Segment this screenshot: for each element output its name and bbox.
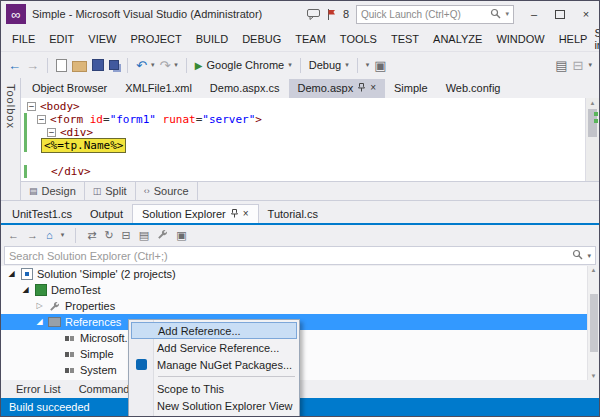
tab-web-config[interactable]: Web.config [437,79,510,98]
preview-selected-items-icon[interactable]: ▣ [176,230,186,241]
search-input[interactable] [9,250,568,262]
navigate-forward-icon[interactable]: → [26,59,39,72]
notification-count[interactable]: 8 [343,8,349,20]
find-in-files-icon[interactable]: ▣ [374,59,386,72]
menu-item-label: Add Reference... [158,325,241,337]
minimize-button[interactable]: – [521,5,547,24]
toolbar-options-chevron-icon[interactable]: ▾ [588,61,592,69]
tab-error-list[interactable]: Error List [7,382,70,396]
scroll-down-icon[interactable]: ▼ [591,373,597,379]
tree-item-system[interactable]: System [1,362,599,378]
tab-simple[interactable]: Simple [385,79,437,98]
tab-object-browser[interactable]: Object Browser [23,79,116,98]
toolbox-tab[interactable]: Toolbox [1,78,21,200]
menu-item-file[interactable]: FILE [5,33,42,45]
close-tab-icon[interactable]: × [370,83,376,93]
menu-item-build[interactable]: BUILD [189,33,235,45]
comment-icon[interactable]: ⊟ [573,59,584,72]
expander-icon[interactable]: ◢ [35,318,44,326]
collapse-all-icon[interactable]: ⊟ [122,230,131,241]
redo-dropdown[interactable]: ↷ ▾ [159,59,177,72]
notifications-flag-icon[interactable] [327,9,336,20]
start-debug-button[interactable]: ▶ Google Chrome ▾ [195,59,292,71]
tree-item-microsoft-csharp[interactable]: Microsoft.CSharp [1,330,599,346]
tree-item-solution[interactable]: ◢ Solution 'Simple' (2 projects) [1,266,599,282]
switch-views-chevron-icon[interactable]: ▾ [61,231,65,239]
scrollbar-thumb[interactable] [590,294,598,352]
chevron-down-icon[interactable]: ▾ [587,252,591,260]
tree-item-simple[interactable]: Simple [1,346,599,362]
title-bar[interactable]: ∞ Simple - Microsoft Visual Studio (Admi… [1,1,599,27]
navigate-back-icon[interactable]: ← [8,59,21,72]
solution-platform-dropdown[interactable]: ▾ [366,61,370,69]
undo-icon[interactable]: ↶ [136,59,147,72]
sign-in-button[interactable]: Sign in ▾ [594,27,600,51]
expander-icon[interactable]: ▷ [35,302,44,310]
undo-dropdown[interactable]: ↶ ▾ [136,59,154,72]
quick-launch-input[interactable]: Quick Launch (Ctrl+Q) ▾ [356,5,514,24]
back-icon[interactable]: ← [8,230,19,241]
fold-collapse-icon[interactable]: − [37,115,46,124]
menu-item-new-solution-explorer-view[interactable]: New Solution Explorer View [130,397,298,414]
tab-label: Split [105,185,126,197]
save-all-icon[interactable] [109,60,119,70]
redo-icon[interactable]: ↷ [159,59,170,72]
tab-split[interactable]: ◫ Split [85,182,136,200]
pin-icon[interactable] [358,82,365,94]
menu-item-test[interactable]: TEST [384,33,426,45]
tab-tutorial[interactable]: Tutorial.cs [259,205,327,223]
tab-demo-aspx[interactable]: Demo.aspx × [289,79,385,98]
menu-item-window[interactable]: WINDOW [489,33,551,45]
new-file-icon[interactable] [56,59,67,72]
open-file-icon[interactable] [72,61,87,72]
tab-solution-explorer[interactable]: Solution Explorer × [132,204,259,223]
menu-item-edit[interactable]: EDIT [42,33,81,45]
menu-item-analyze[interactable]: ANALYZE [426,33,489,45]
search-box[interactable]: ▾ [4,246,596,265]
menu-item-manage-nuget-packages[interactable]: Manage NuGet Packages... [130,356,298,373]
tree-item-demotest[interactable]: ◢ DemoTest [1,282,599,298]
menu-item-debug[interactable]: DEBUG [235,33,288,45]
tab-output[interactable]: Output [81,205,132,223]
refresh-icon[interactable]: ↻ [104,230,113,241]
solution-configuration-dropdown[interactable]: Debug ▾ [309,59,349,71]
tree-item-properties[interactable]: ▷ Properties [1,298,599,314]
fold-collapse-icon[interactable]: − [27,102,36,111]
toolbar-separator [357,58,358,73]
scroll-up-icon[interactable]: ▲ [591,267,597,273]
sync-with-active-document-icon[interactable]: ⇄ [87,230,96,241]
show-all-files-icon[interactable]: ▤ [139,230,149,241]
chevron-down-icon[interactable]: ▾ [505,10,509,18]
tab-source[interactable]: ‹› Source [136,182,198,200]
expander-icon[interactable]: ◢ [21,286,30,294]
tab-unittest1[interactable]: UnitTest1.cs [3,205,81,223]
tree-scrollbar[interactable]: ▲ ▼ [587,266,599,380]
forward-icon[interactable]: → [27,230,38,241]
menu-item-view[interactable]: VIEW [81,33,123,45]
menu-item-tools[interactable]: TOOLS [333,33,384,45]
bookmark-icon[interactable]: ▤ [555,59,567,72]
fold-collapse-icon[interactable]: − [47,128,56,137]
save-icon[interactable] [92,59,104,71]
menu-item-add-reference[interactable]: Add Reference... [131,322,297,339]
maximize-button[interactable] [547,5,573,24]
feedback-icon[interactable] [307,9,320,20]
tree-item-references[interactable]: ◢ References [1,314,599,330]
tab-demo-aspx-cs[interactable]: Demo.aspx.cs [201,79,289,98]
pin-icon[interactable] [231,208,238,220]
code-editor[interactable]: − <body> − <form id = "form1" runat [21,98,585,181]
close-tab-icon[interactable]: × [243,209,249,219]
tab-xmlfile1[interactable]: XMLFile1.xml [116,79,201,98]
expander-icon[interactable]: ◢ [7,270,16,278]
tab-design[interactable]: ▤ Design [21,182,85,200]
scroll-up-icon[interactable]: ▲ [586,98,599,108]
menu-item-team[interactable]: TEAM [288,33,333,45]
home-icon[interactable]: ⌂ [46,230,53,241]
menu-item-project[interactable]: PROJECT [123,33,188,45]
properties-icon[interactable] [157,229,168,242]
menu-item-help[interactable]: HELP [552,33,595,45]
menu-item-add-service-reference[interactable]: Add Service Reference... [130,339,298,356]
close-button[interactable]: × [573,5,599,24]
menu-item-scope-to-this[interactable]: Scope to This [130,380,298,397]
editor-scrollbar[interactable]: ▲ [585,98,599,181]
